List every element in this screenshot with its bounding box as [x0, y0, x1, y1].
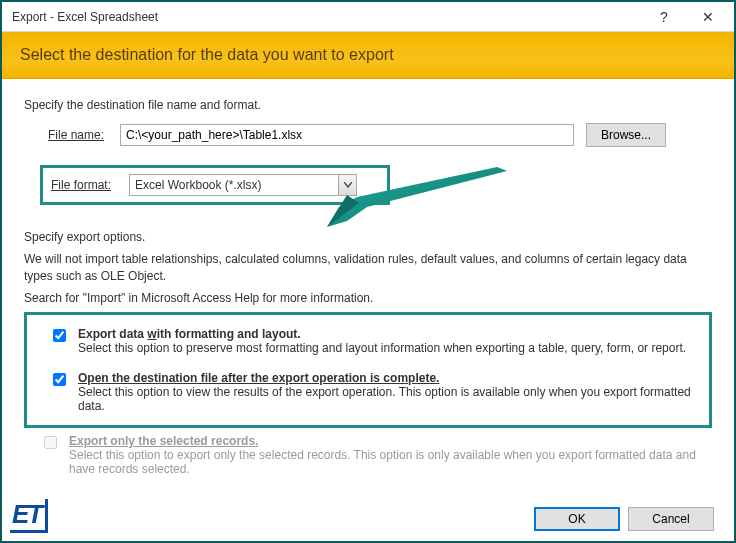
title-bar: Export - Excel Spreadsheet ? ✕	[2, 2, 734, 32]
file-format-label: File format:	[51, 178, 123, 192]
option-selected-row: Export only the selected records. Select…	[44, 434, 712, 476]
dialog-footer: OK Cancel	[534, 507, 714, 531]
export-options-intro: Specify export options.	[24, 229, 712, 245]
help-button[interactable]: ?	[642, 2, 686, 32]
option-formatting-row: Export data with formatting and layout. …	[53, 327, 703, 355]
ok-button[interactable]: OK	[534, 507, 620, 531]
file-format-highlight: File format: Excel Workbook (*.xlsx)	[40, 165, 390, 205]
option-openafter-label: Open the destination file after the expo…	[78, 371, 703, 385]
option-selected-desc: Select this option to export only the se…	[69, 448, 712, 476]
option-selected-checkbox	[44, 436, 57, 449]
export-note: We will not import table relationships, …	[24, 251, 712, 283]
option-formatting-desc: Select this option to preserve most form…	[78, 341, 686, 355]
options-highlight: Export data with formatting and layout. …	[24, 312, 712, 428]
close-icon: ✕	[702, 9, 714, 25]
option-selected-label: Export only the selected records.	[69, 434, 712, 448]
banner-text: Select the destination for the data you …	[20, 46, 394, 63]
window-title: Export - Excel Spreadsheet	[12, 10, 642, 24]
option-openafter-row: Open the destination file after the expo…	[53, 371, 703, 413]
help-icon: ?	[660, 9, 668, 25]
dest-intro: Specify the destination file name and fo…	[24, 97, 712, 113]
browse-label: Browse...	[601, 128, 651, 142]
banner: Select the destination for the data you …	[2, 32, 734, 79]
watermark-logo: ET	[10, 499, 48, 533]
file-format-select[interactable]: Excel Workbook (*.xlsx)	[129, 174, 357, 196]
filename-row: File name: Browse...	[48, 123, 712, 147]
cancel-label: Cancel	[652, 512, 689, 526]
option-openafter-desc: Select this option to view the results o…	[78, 385, 703, 413]
option-formatting-label: Export data with formatting and layout.	[78, 327, 686, 341]
browse-button[interactable]: Browse...	[586, 123, 666, 147]
ok-label: OK	[568, 512, 585, 526]
close-button[interactable]: ✕	[686, 2, 730, 32]
file-format-value: Excel Workbook (*.xlsx)	[130, 175, 338, 195]
filename-label: File name:	[48, 128, 114, 142]
dialog-content: Specify the destination file name and fo…	[2, 79, 734, 488]
chevron-down-icon	[338, 175, 356, 195]
option-openafter-checkbox[interactable]	[53, 373, 66, 386]
cancel-button[interactable]: Cancel	[628, 507, 714, 531]
filename-input[interactable]	[120, 124, 574, 146]
export-help: Search for "Import" in Microsoft Access …	[24, 290, 712, 306]
option-formatting-checkbox[interactable]	[53, 329, 66, 342]
